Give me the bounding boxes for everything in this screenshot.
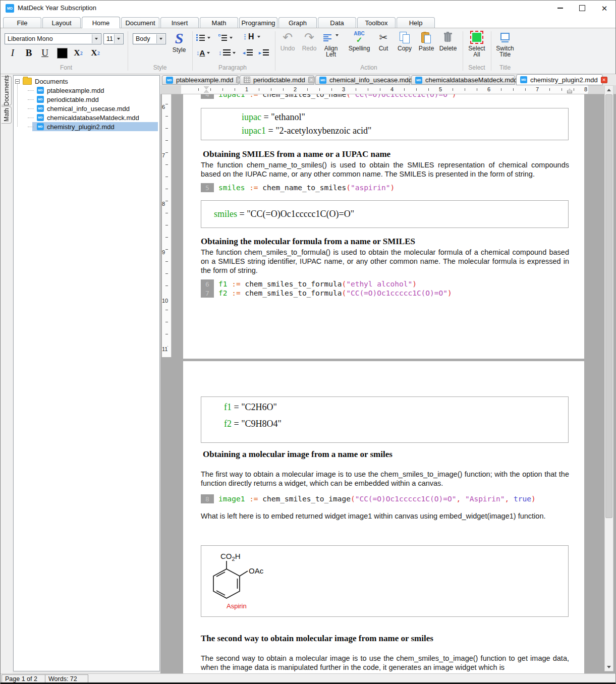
indent-decrease-button[interactable]: ◄ [242, 48, 255, 57]
tab-layout[interactable]: Layout [42, 17, 81, 28]
code-var: f2 [218, 289, 227, 297]
tab-file[interactable]: File [3, 17, 41, 28]
minimize-button[interactable] [549, 1, 571, 16]
output-box-iupac: iupac = "ethanol" iupac1 = "2-acetyloxyb… [201, 108, 569, 140]
delete-button[interactable]: Delete [436, 30, 460, 62]
tree-item-ptableexample[interactable]: MD ptableexample.mdd [28, 86, 104, 95]
doc-tab-chemical-info-usecase[interactable]: MD chemical_info_usecase.mdd ✕ [315, 75, 410, 85]
subscript-button[interactable]: X2 [71, 46, 85, 60]
style-preset-select[interactable]: Body [133, 33, 166, 44]
tab-document[interactable]: Document [121, 17, 159, 28]
tab-help[interactable]: Help [397, 17, 435, 28]
code-paren: ) [452, 94, 457, 98]
cut-label: Cut [379, 45, 388, 51]
chevron-down-icon[interactable] [156, 34, 165, 43]
bullet-list-button[interactable] [196, 33, 213, 42]
superscript-button[interactable]: X2 [88, 46, 102, 60]
close-tab-icon[interactable]: ✕ [601, 77, 607, 83]
chevron-down-icon [257, 36, 260, 38]
heading-formula: Obtaining the molecular formula from a n… [201, 237, 569, 247]
close-button[interactable]: ✕ [593, 1, 615, 16]
scroll-up-button[interactable] [605, 86, 613, 94]
font-color-button[interactable] [55, 46, 69, 60]
chevron-down-icon[interactable] [114, 34, 123, 43]
numbered-list-button[interactable] [218, 33, 236, 42]
style-button[interactable]: S Style [169, 30, 189, 53]
cut-icon: ✂ [379, 31, 388, 43]
status-word-count: Words: 72 [45, 674, 88, 683]
underline-button[interactable]: U [38, 46, 52, 60]
bold-button[interactable]: B [22, 46, 36, 60]
page-canvas[interactable]: 6 7 8 9 10 11 4iupac1 := chem_smiles_to_… [160, 94, 616, 673]
output-value: "C2H6O" [241, 402, 277, 412]
doc-tab-chemicaldatabase[interactable]: MD chemicaldatabaseMatdeck.mdd ✕ [411, 75, 515, 85]
collapse-icon[interactable] [15, 79, 20, 84]
code-var: smiles [218, 184, 245, 192]
minimize-icon [557, 8, 563, 9]
scroll-down-button[interactable] [605, 663, 613, 671]
tab-insert[interactable]: Insert [160, 17, 199, 28]
code-line-number: 6 [201, 279, 214, 289]
paste-button[interactable]: Paste [415, 30, 438, 62]
code-op: := [249, 94, 258, 98]
close-tab-icon[interactable]: ✕ [308, 77, 315, 83]
paste-label: Paste [419, 45, 434, 51]
tab-programing[interactable]: Programing [239, 17, 277, 28]
font-family-select[interactable]: Liberation Mono [5, 33, 101, 44]
vertical-scrollbar[interactable] [604, 85, 613, 671]
tree-root-label: Documents [35, 78, 68, 85]
output-value: "2-acetyloxybenzoic acid" [275, 126, 371, 136]
spelling-button[interactable]: ABC ✓ Spelling [348, 30, 371, 62]
italic-button[interactable]: I [6, 46, 20, 60]
doc-tab-label: periodictable.mdd [253, 76, 305, 84]
maximize-button[interactable] [571, 1, 593, 16]
rail-tab-math[interactable]: Math [2, 106, 12, 124]
doc-tab-periodictable[interactable]: periodictable.mdd ✕ [240, 75, 314, 85]
page-2[interactable]: f1 = "C2H6O" f2 = "C9H8O4" Obtaining a m… [183, 361, 584, 673]
rail-tab-documents[interactable]: Documents [2, 76, 12, 105]
chevron-down-icon[interactable] [92, 34, 100, 43]
code-fn: chem_name_to_smiles [262, 184, 346, 192]
status-bar: Page 1 of 2 Words: 72 [1, 673, 615, 682]
align-left-button[interactable]: Align Left [319, 30, 343, 62]
line-spacing-button[interactable]: ↕ A [196, 48, 213, 57]
chevron-down-icon [230, 37, 233, 39]
tree-root-documents[interactable]: Documents [15, 77, 68, 86]
paragraph-spacing-button[interactable]: ↕ [218, 48, 236, 57]
heading-style-button[interactable]: ⋮ H [242, 32, 259, 41]
tab-graph[interactable]: Graph [278, 17, 317, 28]
copy-button[interactable]: Copy [393, 30, 416, 62]
tree-item-chemistry-plugin2[interactable]: MD chemistry_plugin2.mdd [14, 122, 159, 131]
code-paren: ) [390, 184, 395, 192]
redo-button[interactable]: ↷ Redo [298, 30, 321, 62]
undo-button[interactable]: ↶ Undo [276, 30, 299, 62]
numbered-list-icon [218, 34, 227, 41]
indent-increase-button[interactable]: ► [258, 48, 271, 57]
status-page-indicator: Page 1 of 2 [2, 674, 50, 683]
tree-item-label: ptableexample.mdd [47, 87, 104, 94]
tab-math[interactable]: Math [200, 17, 238, 28]
select-all-button[interactable]: Select All [465, 30, 488, 62]
tree-item-chemicaldatabase[interactable]: MD chemicaldatabaseMatdeck.mdd [28, 113, 139, 122]
tree-item-periodictable[interactable]: MD periodictable.mdd [28, 95, 99, 104]
tab-toolbox[interactable]: Toolbox [357, 17, 396, 28]
ruler-margin-marker[interactable] [204, 86, 210, 93]
aspirin-structure: CO2H OAc Aspirin [207, 547, 318, 615]
tab-home[interactable]: Home [82, 17, 120, 28]
ribbon-toolbar: Liberation Mono 11 I B U X2 X2 Font Body… [1, 28, 615, 74]
output-line: iupac1 = "2-acetyloxybenzoic acid" [242, 126, 371, 136]
ruler-number: 4 [389, 86, 395, 92]
matdeck-window: MD MatDeck Year Subscription ✕ File Layo… [0, 0, 616, 684]
switch-title-button[interactable]: Switch Title [493, 30, 517, 62]
cut-button[interactable]: ✂ Cut [372, 30, 395, 62]
tree-item-chemical-info-usecase[interactable]: MD chemical_info_usecase.mdd [28, 104, 130, 113]
doc-tab-ptableexample[interactable]: MD ptableexample.mdd ✕ [162, 75, 239, 85]
code-paren: ( [346, 94, 351, 98]
style-preset-value: Body [136, 35, 150, 42]
scrollbar-thumb[interactable] [605, 94, 612, 518]
doc-tab-chemistry-plugin2[interactable]: MD chemistry_plugin2.mdd ✕ [516, 74, 603, 85]
tab-data[interactable]: Data [318, 17, 356, 28]
md-file-icon: MD [37, 123, 44, 130]
font-size-select[interactable]: 11 [103, 33, 124, 44]
page-1[interactable]: 4iupac1 := chem_smiles_to_name("CC(=O)Oc… [183, 94, 584, 359]
